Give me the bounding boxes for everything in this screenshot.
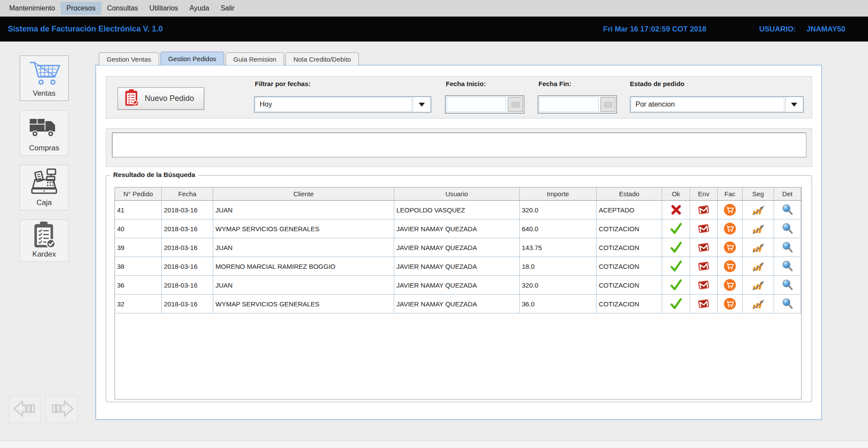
tab-gestion-ventas[interactable]: Gestion Ventas (99, 52, 159, 65)
table-header: N° Pedido Fecha Cliente Usuario Importe … (115, 188, 801, 201)
datetime-label: Fri Mar 16 17:02:59 COT 2018 (603, 17, 706, 42)
sidebar-button-ventas[interactable]: Ventas (20, 56, 69, 101)
table-row[interactable]: 41 2018-03-16 JUAN LEOPOLDO VASQUEZ 320.… (115, 201, 801, 219)
cell-cliente: JUAN (213, 276, 394, 294)
sidebar-button-caja[interactable]: Caja (20, 165, 69, 210)
cell-fac[interactable] (718, 238, 743, 257)
cell-importe: 640.0 (520, 219, 597, 238)
chevron-down-icon[interactable] (785, 97, 802, 111)
stats-icon (750, 278, 766, 292)
column-header-pedido[interactable]: N° Pedido (115, 188, 162, 200)
cell-ok[interactable] (662, 295, 690, 313)
cell-ok[interactable] (662, 238, 690, 257)
menu-item-mantenimiento[interactable]: Mantenimiento (3, 2, 61, 15)
menu-item-procesos[interactable]: Procesos (61, 2, 101, 15)
column-header-det[interactable]: Det (774, 188, 801, 200)
column-header-estado[interactable]: Estado (597, 188, 662, 200)
cell-ok[interactable] (662, 276, 690, 294)
cell-env[interactable] (690, 219, 718, 238)
cell-fac[interactable] (718, 201, 743, 219)
cell-env[interactable] (690, 238, 718, 257)
cell-ok[interactable] (662, 201, 690, 219)
tab-nota-credito-debito[interactable]: Nota Credito/Debito (285, 52, 359, 65)
cell-seg[interactable] (743, 238, 774, 257)
cell-fac[interactable] (718, 257, 743, 275)
cell-seg[interactable] (743, 257, 774, 275)
stats-icon (750, 203, 766, 216)
cell-ok[interactable] (662, 219, 690, 238)
green-check-icon (670, 260, 683, 272)
cell-det[interactable] (774, 257, 801, 275)
cell-importe: 18.0 (520, 257, 597, 275)
table-row[interactable]: 40 2018-03-16 WYMAP SERVICIOS GENERALES … (115, 219, 801, 238)
column-header-cliente[interactable]: Cliente (213, 188, 394, 200)
cell-seg[interactable] (743, 276, 774, 294)
column-header-env[interactable]: Env (690, 188, 718, 200)
tab-guia-remision[interactable]: Guia Remision (226, 52, 284, 65)
calendar-icon[interactable] (601, 97, 615, 112)
start-date-input[interactable] (447, 97, 506, 112)
cell-seg[interactable] (743, 201, 774, 219)
results-scrollpane[interactable]: N° Pedido Fecha Cliente Usuario Importe … (115, 187, 802, 399)
cell-seg[interactable] (743, 295, 774, 313)
clipboard-check-red-icon (124, 89, 139, 109)
cell-det[interactable] (774, 219, 801, 238)
end-date-field[interactable] (538, 95, 617, 114)
cell-det[interactable] (774, 201, 801, 219)
green-check-icon (670, 279, 683, 291)
menu-bar: Mantenimiento Procesos Consultas Utilita… (0, 0, 868, 17)
date-filter-combobox[interactable]: Hoy (254, 96, 431, 113)
new-order-button[interactable]: Nuevo Pedido (118, 87, 204, 110)
cell-env[interactable] (690, 201, 718, 219)
table-row[interactable]: 32 2018-03-16 WYMAP SERVICIOS GENERALES … (115, 295, 801, 313)
table-row[interactable]: 36 2018-03-16 JUAN JAVIER NAMAY QUEZADA … (115, 276, 801, 295)
menu-item-consultas[interactable]: Consultas (101, 2, 144, 15)
app-window: Mantenimiento Procesos Consultas Utilita… (0, 0, 868, 448)
cell-det[interactable] (774, 238, 801, 257)
menu-item-salir[interactable]: Salir (215, 2, 240, 15)
cell-usuario: JAVIER NAMAY QUEZADA (394, 219, 520, 238)
sidebar-button-compras[interactable]: Compras (20, 110, 69, 156)
nav-forward-button[interactable] (46, 396, 78, 423)
cell-env[interactable] (690, 276, 718, 294)
cell-estado: ACEPTADO (597, 201, 662, 219)
message-textbox[interactable] (112, 132, 806, 157)
order-state-combobox[interactable]: Por atencion (630, 96, 804, 113)
cell-env[interactable] (690, 295, 718, 313)
mail-icon (697, 278, 710, 292)
column-header-importe[interactable]: Importe (520, 188, 597, 200)
magnifier-icon (781, 297, 794, 310)
cell-usuario: JAVIER NAMAY QUEZADA (394, 295, 520, 313)
cell-fecha: 2018-03-16 (162, 276, 213, 294)
sidebar-button-kardex[interactable]: Kardex (20, 219, 69, 262)
cell-estado: COTIZACION (597, 295, 662, 313)
cell-estado: COTIZACION (597, 257, 662, 275)
cell-usuario: LEOPOLDO VASQUEZ (394, 201, 520, 219)
cell-fac[interactable] (718, 219, 743, 238)
menu-item-ayuda[interactable]: Ayuda (184, 2, 215, 15)
column-header-seg[interactable]: Seg (743, 188, 774, 200)
cell-env[interactable] (690, 257, 718, 275)
column-header-ok[interactable]: Ok (662, 188, 690, 200)
nav-back-button[interactable] (9, 396, 41, 423)
cell-seg[interactable] (743, 219, 774, 238)
cell-ok[interactable] (662, 257, 690, 275)
calendar-icon[interactable] (508, 97, 523, 112)
end-date-input[interactable] (539, 97, 599, 112)
magnifier-icon (781, 203, 794, 216)
cell-fac[interactable] (718, 295, 743, 313)
table-row[interactable]: 39 2018-03-16 JUAN JAVIER NAMAY QUEZADA … (115, 238, 801, 257)
tab-gestion-pedidos[interactable]: Gestion Pedidos (160, 52, 224, 65)
mail-icon (697, 260, 710, 273)
start-date-field[interactable] (445, 95, 524, 114)
cell-det[interactable] (774, 276, 801, 294)
menu-item-utilitarios[interactable]: Utilitarios (144, 2, 184, 15)
column-header-fac[interactable]: Fac (718, 188, 743, 200)
cell-cliente: WYMAP SERVICIOS GENERALES (213, 219, 394, 238)
column-header-fecha[interactable]: Fecha (162, 188, 213, 200)
cell-fac[interactable] (718, 276, 743, 294)
table-row[interactable]: 38 2018-03-16 MORENO MARCIAL RAMIREZ BOG… (115, 257, 801, 276)
cell-det[interactable] (774, 295, 801, 313)
chevron-down-icon[interactable] (413, 97, 430, 111)
column-header-usuario[interactable]: Usuario (394, 188, 520, 200)
